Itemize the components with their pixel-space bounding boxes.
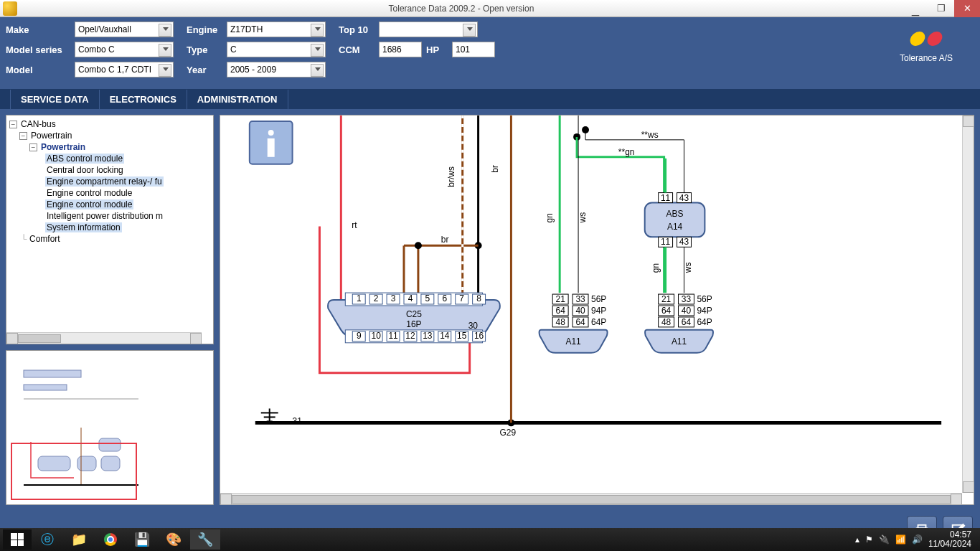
year-select[interactable]: 2005 - 2009	[227, 62, 326, 77]
svg-text:gn: gn	[545, 213, 555, 222]
svg-text:64: 64	[575, 317, 585, 327]
svg-text:ws: ws	[578, 212, 588, 224]
svg-text:33: 33	[575, 294, 585, 304]
info-icon[interactable]	[250, 121, 293, 164]
svg-point-22	[415, 242, 422, 249]
top10-select[interactable]	[379, 22, 478, 37]
scroll-thumb[interactable]	[18, 334, 61, 343]
model-select[interactable]: Combo C 1,7 CDTI	[75, 62, 174, 77]
svg-rect-1	[24, 385, 67, 390]
tree-root[interactable]: CAN-bus	[19, 119, 57, 129]
tray-network-icon[interactable]: 📶	[895, 534, 906, 545]
tab-administration[interactable]: ADMINISTRATION	[187, 90, 288, 109]
content-area: −CAN-bus −Powertrain −Powertrain ABS con…	[0, 109, 980, 511]
svg-text:43: 43	[679, 193, 689, 203]
svg-text:12: 12	[405, 331, 415, 341]
svg-text:ws: ws	[683, 263, 693, 274]
taskbar-app-icon[interactable]: 🔧	[190, 529, 220, 550]
scroll-left-icon[interactable]	[220, 494, 232, 505]
connector-c25: 12345678910111213141516 C25 16P 30	[328, 293, 500, 343]
scroll-up-icon[interactable]	[963, 116, 974, 127]
taskbar-paint-icon[interactable]: 🎨	[159, 529, 189, 550]
diagram-hscrollbar[interactable]	[220, 493, 962, 504]
svg-text:94P: 94P	[591, 306, 606, 316]
scroll-down-icon[interactable]	[963, 481, 974, 493]
tree-comfort[interactable]: Comfort	[28, 234, 62, 244]
ccm-label: CCM	[339, 44, 374, 55]
collapse-icon[interactable]: −	[29, 143, 37, 151]
svg-text:C25: C25	[406, 309, 422, 319]
diagram-minimap[interactable]	[6, 350, 214, 505]
svg-text:64P: 64P	[591, 317, 606, 327]
type-select[interactable]: C	[227, 42, 326, 57]
svg-text:**ws: **ws	[641, 130, 659, 140]
type-label: Type	[187, 44, 222, 55]
scroll-left-icon[interactable]	[6, 333, 18, 344]
minimize-button[interactable]: _	[903, 0, 928, 17]
make-select[interactable]: Opel/Vauxhall	[75, 22, 174, 37]
start-button[interactable]	[3, 529, 32, 550]
tree-powertrain[interactable]: Powertrain	[29, 131, 73, 141]
engine-select[interactable]: Z17DTH	[227, 22, 326, 37]
svg-text:7: 7	[459, 293, 464, 303]
system-tray[interactable]: ▴ ⚑ 🔌 📶 🔊 04:5711/04/2024	[855, 530, 977, 549]
close-button[interactable]: ✕	[954, 0, 980, 17]
tree-item[interactable]: Engine compartment relay-/ fu	[45, 176, 164, 187]
scroll-right-icon[interactable]	[951, 494, 962, 505]
scroll-thumb[interactable]	[232, 495, 951, 504]
taskbar-clock[interactable]: 04:5711/04/2024	[928, 530, 971, 549]
svg-text:A14: A14	[667, 222, 683, 232]
tree-item[interactable]: ABS control module	[45, 154, 124, 164]
tab-electronics[interactable]: ELECTRONICS	[100, 90, 187, 109]
windows-logo-icon	[11, 533, 24, 546]
abs-module: ABS A14 11 43 11 43	[645, 193, 705, 248]
main-tabs: SERVICE DATA ELECTRONICS ADMINISTRATION	[0, 89, 980, 109]
wiring-diagram[interactable]: 31 G29 rt br	[220, 116, 962, 493]
tree-item[interactable]: System information	[45, 222, 122, 232]
tray-volume-icon[interactable]: 🔊	[912, 534, 923, 545]
vehicle-filter-header: Make Opel/Vauxhall Model series Combo C …	[0, 17, 980, 89]
svg-text:21: 21	[661, 294, 672, 304]
taskbar-ie-icon[interactable]: ⓔ	[32, 529, 62, 550]
svg-text:6: 6	[442, 293, 447, 303]
svg-text:A11: A11	[565, 336, 581, 347]
tree-hscrollbar[interactable]	[6, 332, 202, 344]
svg-text:21: 21	[556, 294, 566, 304]
svg-text:4: 4	[408, 293, 413, 303]
svg-text:br/ws: br/ws	[446, 166, 456, 187]
tray-flag-icon[interactable]: ⚑	[865, 534, 873, 545]
top10-label: Top 10	[339, 24, 374, 35]
maximize-button[interactable]: ❐	[928, 0, 954, 17]
model-series-select[interactable]: Combo C	[75, 42, 174, 57]
tree-item[interactable]: Intelligent power distribution m	[45, 211, 164, 221]
tray-up-icon[interactable]: ▴	[855, 534, 859, 545]
taskbar-chrome-icon[interactable]	[95, 529, 126, 550]
svg-text:56P: 56P	[591, 294, 606, 304]
svg-rect-11	[268, 138, 275, 157]
svg-text:**gn: **gn	[618, 147, 635, 157]
taskbar-save-icon[interactable]: 💾	[127, 529, 157, 550]
tree-item[interactable]: Engine control module	[45, 199, 133, 209]
window-titlebar: Tolerance Data 2009.2 - Open version _ ❐…	[0, 0, 980, 17]
svg-point-70	[582, 126, 589, 133]
tab-service-data[interactable]: SERVICE DATA	[10, 90, 100, 109]
tree-item[interactable]: Engine control module	[45, 188, 133, 198]
svg-text:br: br	[490, 165, 500, 173]
hp-value: 101	[452, 42, 495, 57]
system-tree[interactable]: −CAN-bus −Powertrain −Powertrain ABS con…	[6, 115, 214, 344]
tree-powertrain-selected[interactable]: Powertrain	[39, 142, 87, 152]
collapse-icon[interactable]: −	[19, 132, 27, 140]
svg-text:64: 64	[556, 306, 566, 316]
wiring-diagram-panel: 31 G29 rt br	[220, 115, 974, 505]
diagram-vscrollbar[interactable]	[962, 116, 974, 493]
tray-power-icon[interactable]: 🔌	[879, 534, 890, 545]
tree-item[interactable]: Central door locking	[45, 165, 125, 175]
collapse-icon[interactable]: −	[9, 121, 17, 128]
minimap-viewport[interactable]	[11, 443, 137, 500]
windows-taskbar[interactable]: ⓔ 📁 💾 🎨 🔧 ▴ ⚑ 🔌 📶 🔊 04:5711/04/2024	[0, 528, 980, 551]
svg-text:1: 1	[357, 293, 362, 303]
taskbar-explorer-icon[interactable]: 📁	[64, 529, 94, 550]
ground-symbol-icon	[261, 408, 278, 423]
svg-text:br: br	[441, 235, 449, 245]
scroll-right-icon[interactable]	[190, 333, 202, 344]
